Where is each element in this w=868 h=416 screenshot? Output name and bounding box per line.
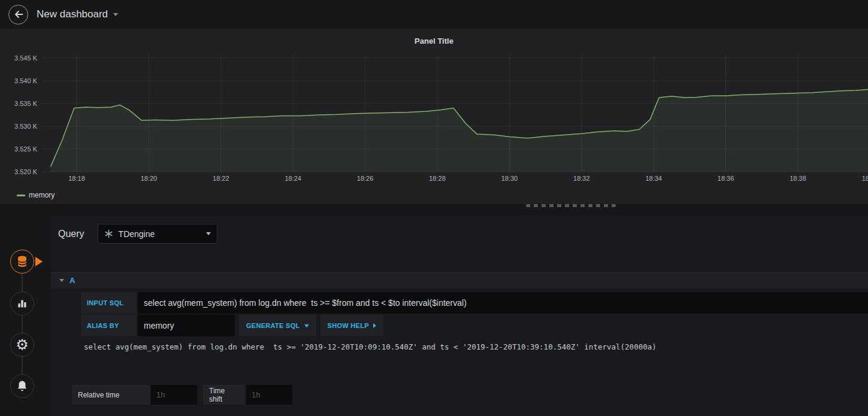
svg-text:18:20: 18:20 <box>141 175 158 182</box>
input-sql-row: INPUT SQL <box>81 292 868 314</box>
graph-panel: Panel Title 3.545 K3.540 K3.535 K3.530 K… <box>0 29 868 204</box>
alias-by-field[interactable] <box>138 315 235 336</box>
query-ref-row[interactable]: A <box>51 272 868 288</box>
top-header: New dashboard <box>0 0 868 29</box>
arrow-left-icon <box>13 9 24 20</box>
relative-time-label: Relative time <box>72 385 150 405</box>
sidebar-connector-line <box>22 262 23 386</box>
svg-text:18:18: 18:18 <box>68 175 85 182</box>
tab-general[interactable]: ⚙ <box>10 333 34 357</box>
tdengine-logo-icon <box>104 229 113 238</box>
caret-down-icon <box>206 232 211 235</box>
svg-text:3.530 K: 3.530 K <box>14 123 38 130</box>
active-tab-arrow-icon <box>35 257 43 266</box>
legend-series-label[interactable]: memory <box>29 191 55 199</box>
query-ref-id: A <box>69 276 75 285</box>
svg-text:3.520 K: 3.520 K <box>14 168 38 175</box>
database-icon <box>16 255 28 268</box>
panel-scroll-handle[interactable] <box>526 204 616 207</box>
dashboard-title-menu[interactable]: New dashboard <box>37 8 118 20</box>
svg-text:18:28: 18:28 <box>429 175 446 182</box>
alias-by-label: ALIAS BY <box>81 315 137 336</box>
datasource-name: TDengine <box>119 229 155 239</box>
alias-by-row: ALIAS BY GENERATE SQL SHOW HELP <box>81 315 868 336</box>
generate-sql-button[interactable]: GENERATE SQL <box>239 315 316 336</box>
query-header: Query TDengine <box>51 224 217 244</box>
input-sql-label: INPUT SQL <box>81 292 137 314</box>
caret-down-icon <box>304 324 309 327</box>
svg-text:18:34: 18:34 <box>645 175 662 182</box>
generate-sql-label: GENERATE SQL <box>246 322 300 329</box>
query-section-title: Query <box>58 229 84 239</box>
back-button[interactable] <box>8 5 28 25</box>
tab-alert[interactable] <box>10 374 34 398</box>
legend: memory <box>17 191 55 199</box>
relative-time-input[interactable] <box>151 385 197 405</box>
time-shift-input[interactable] <box>246 385 292 405</box>
show-help-button[interactable]: SHOW HELP <box>320 315 383 336</box>
caret-down-icon <box>113 13 118 16</box>
panel-title[interactable]: Panel Title <box>0 29 868 45</box>
svg-text:18:36: 18:36 <box>718 175 734 182</box>
svg-text:18:30: 18:30 <box>501 175 518 182</box>
time-options-row: Relative time Time shift <box>72 385 292 405</box>
svg-text:3.535 K: 3.535 K <box>14 100 38 107</box>
tab-visualization[interactable] <box>10 291 34 315</box>
chart-icon <box>16 297 28 309</box>
svg-text:18:40: 18:40 <box>862 175 868 182</box>
svg-text:3.525 K: 3.525 K <box>14 145 38 153</box>
show-help-label: SHOW HELP <box>328 322 369 329</box>
query-editor-pane: Query TDengine A INPUT SQL ALIAS BY GENE… <box>51 215 868 416</box>
svg-text:3.540 K: 3.540 K <box>14 77 38 84</box>
dashboard-title: New dashboard <box>37 8 108 20</box>
tab-queries[interactable] <box>10 250 34 274</box>
svg-text:18:32: 18:32 <box>573 175 590 182</box>
svg-text:18:22: 18:22 <box>213 175 229 182</box>
generated-sql-text: select avg(mem_system) from log.dn where… <box>84 342 657 351</box>
caret-right-icon <box>373 323 376 328</box>
svg-text:18:24: 18:24 <box>285 175 301 182</box>
svg-text:18:26: 18:26 <box>357 175 374 182</box>
timeseries-chart[interactable]: 3.545 K3.540 K3.535 K3.530 K3.525 K3.520… <box>0 51 868 186</box>
legend-series-icon <box>17 195 25 196</box>
input-sql-field[interactable] <box>138 292 868 314</box>
svg-text:3.545 K: 3.545 K <box>14 54 38 62</box>
collapse-caret-icon <box>59 279 64 282</box>
gear-icon: ⚙ <box>16 338 29 352</box>
svg-text:18:38: 18:38 <box>790 175 806 182</box>
bell-icon <box>15 379 29 393</box>
time-shift-label: Time shift <box>203 385 245 405</box>
datasource-picker[interactable]: TDengine <box>98 224 217 244</box>
